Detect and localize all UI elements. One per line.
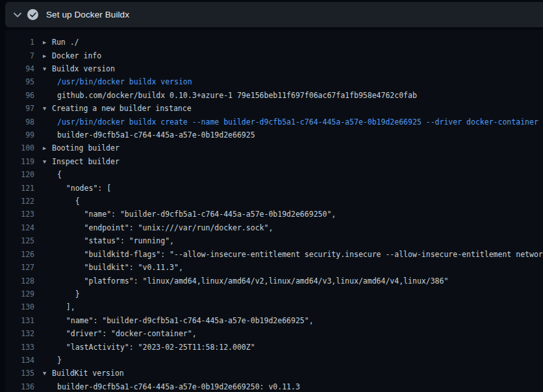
group-expanded-icon[interactable]: ▼: [43, 105, 52, 112]
line-content: ▶Docker info: [34, 51, 543, 60]
line-content: ▶Booting builder: [34, 143, 543, 153]
log-viewer[interactable]: 1▶Run ./7▶Docker info94▼Buildx version95…: [5, 30, 543, 392]
output-text: }: [57, 289, 80, 299]
line-content: "buildkit": "v0.11.3",: [34, 263, 543, 272]
line-number[interactable]: 100: [5, 143, 34, 153]
line-content: builder-d9cfb5a1-c764-445a-a57e-0b19d2e6…: [34, 382, 543, 391]
line-content: ],: [34, 302, 543, 312]
line-content: "endpoint": "unix:///var/run/docker.sock…: [34, 223, 543, 232]
line-number[interactable]: 120: [5, 170, 34, 179]
log-line-row: 95/usr/bin/docker buildx version: [5, 75, 543, 88]
line-content: /usr/bin/docker buildx version: [34, 77, 543, 86]
line-number[interactable]: 123: [5, 210, 34, 219]
log-group-row[interactable]: 7▶Docker info: [5, 49, 543, 62]
log-line-row: 128 "platforms": "linux/amd64,linux/amd6…: [5, 274, 543, 287]
output-text: builder-d9cfb5a1-c764-445a-a57e-0b19d2e6…: [57, 130, 255, 140]
line-number[interactable]: 131: [5, 316, 34, 325]
output-text: "buildkit": "v0.11.3",: [57, 263, 183, 272]
line-number[interactable]: 125: [5, 236, 34, 245]
line-number[interactable]: 119: [5, 157, 34, 166]
log-group-row[interactable]: 1▶Run ./: [5, 36, 543, 49]
step-header[interactable]: Set up Docker Buildx: [5, 2, 543, 27]
log-line-row: 123 "name": "builder-d9cfb5a1-c764-445a-…: [5, 208, 543, 221]
log-line-row: 126 "buildkitd-flags": "--allow-insecure…: [5, 248, 543, 261]
line-number[interactable]: 133: [5, 343, 34, 352]
log-line-row: 125 "status": "running",: [5, 234, 543, 247]
group-collapsed-icon[interactable]: ▶: [43, 145, 52, 151]
log-group-row[interactable]: 97▼Creating a new builder instance: [5, 102, 543, 115]
line-number[interactable]: 121: [5, 184, 34, 193]
line-number[interactable]: 97: [5, 104, 34, 113]
line-number[interactable]: 95: [5, 77, 34, 86]
group-collapsed-icon[interactable]: ▶: [43, 53, 52, 59]
log-line-row: 122 {: [5, 195, 543, 208]
log-line-row: 129 }: [5, 288, 543, 300]
line-content: "status": "running",: [34, 236, 543, 245]
line-content: "lastActivity": "2023-02-25T11:58:12.000…: [34, 343, 543, 352]
group-title: Docker info: [52, 51, 101, 60]
command-text: /usr/bin/docker buildx version: [57, 77, 192, 86]
line-number[interactable]: 98: [5, 117, 34, 127]
line-content: ▶Run ./: [34, 38, 543, 47]
line-content: "buildkitd-flags": "--allow-insecure-ent…: [34, 250, 543, 259]
group-expanded-icon[interactable]: ▼: [43, 66, 52, 72]
line-number[interactable]: 126: [5, 250, 34, 259]
output-text: "nodes": [: [57, 184, 111, 193]
output-text: "name": "builder-d9cfb5a1-c764-445a-a57e…: [57, 210, 336, 219]
line-number[interactable]: 135: [5, 369, 34, 378]
log-line-row: 127 "buildkit": "v0.11.3",: [5, 261, 543, 274]
line-content: }: [34, 356, 543, 365]
log-line-row: 96github.com/docker/buildx 0.10.3+azure-…: [5, 89, 543, 102]
log-line-row: 99builder-d9cfb5a1-c764-445a-a57e-0b19d2…: [5, 129, 543, 141]
line-content: ▼Inspect builder: [34, 157, 543, 166]
group-expanded-icon[interactable]: ▼: [43, 158, 52, 165]
line-content: "name": "builder-d9cfb5a1-c764-445a-a57e…: [34, 210, 543, 219]
line-content: "platforms": "linux/amd64,linux/amd64/v2…: [34, 276, 543, 286]
output-text: ],: [57, 302, 75, 312]
log-line-row: 132 "driver": "docker-container",: [5, 327, 543, 340]
group-title: Run ./: [52, 38, 79, 47]
group-collapsed-icon[interactable]: ▶: [43, 39, 52, 45]
output-text: "buildkitd-flags": "--allow-insecure-ent…: [57, 250, 543, 259]
line-number[interactable]: 136: [5, 382, 34, 391]
line-number[interactable]: 132: [5, 329, 34, 338]
line-number[interactable]: 122: [5, 197, 34, 206]
line-content: ▼BuildKit version: [34, 369, 543, 378]
line-number[interactable]: 96: [5, 91, 34, 100]
line-number[interactable]: 127: [5, 263, 34, 272]
line-number[interactable]: 1: [5, 38, 34, 47]
log-group-row[interactable]: 94▼Buildx version: [5, 62, 543, 75]
line-number[interactable]: 128: [5, 276, 34, 286]
line-content: "driver": "docker-container",: [34, 329, 543, 338]
output-text: "status": "running",: [57, 236, 174, 245]
output-text: "lastActivity": "2023-02-25T11:58:12.000…: [57, 343, 255, 352]
line-content: /usr/bin/docker buildx create --name bui…: [34, 117, 543, 127]
log-line-row: 98/usr/bin/docker buildx create --name b…: [5, 115, 543, 128]
group-expanded-icon[interactable]: ▼: [43, 370, 52, 376]
log-group-row[interactable]: 100▶Booting builder: [5, 141, 543, 154]
log-group-row[interactable]: 119▼Inspect builder: [5, 155, 543, 168]
log-group-row[interactable]: 135▼BuildKit version: [5, 367, 543, 380]
log-line-row: 136builder-d9cfb5a1-c764-445a-a57e-0b19d…: [5, 380, 543, 392]
output-text: {: [57, 197, 80, 206]
line-number[interactable]: 124: [5, 223, 34, 232]
log-line-row: 133 "lastActivity": "2023-02-25T11:58:12…: [5, 340, 543, 353]
line-number[interactable]: 130: [5, 302, 34, 312]
log-line-row: 121 "nodes": [: [5, 181, 543, 194]
log-line-row: 124 "endpoint": "unix:///var/run/docker.…: [5, 221, 543, 234]
line-content: }: [34, 289, 543, 299]
step-title: Set up Docker Buildx: [46, 10, 129, 19]
line-content: {: [34, 170, 543, 179]
log-line-row: 131 "name": "builder-d9cfb5a1-c764-445a-…: [5, 314, 543, 327]
output-text: "platforms": "linux/amd64,linux/amd64/v2…: [57, 276, 448, 286]
line-number[interactable]: 94: [5, 64, 34, 73]
line-number[interactable]: 99: [5, 130, 34, 140]
line-number[interactable]: 7: [5, 51, 34, 60]
line-content: ▼Creating a new builder instance: [34, 104, 543, 113]
chevron-down-icon[interactable]: [8, 12, 27, 18]
group-title: Creating a new builder instance: [52, 104, 192, 113]
output-text: }: [57, 356, 62, 365]
line-number[interactable]: 129: [5, 289, 34, 299]
line-number[interactable]: 134: [5, 356, 34, 365]
output-text: builder-d9cfb5a1-c764-445a-a57e-0b19d2e6…: [57, 382, 300, 391]
